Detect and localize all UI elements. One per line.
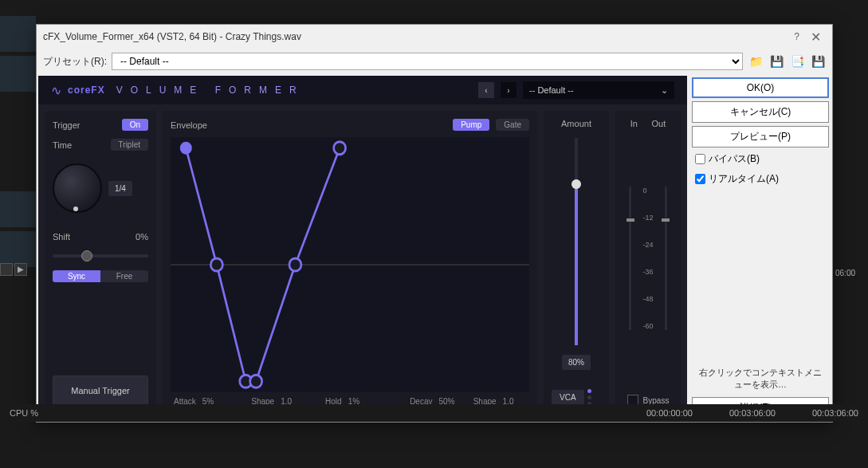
out-fader[interactable] — [665, 187, 667, 330]
time-position: 00:00:00:00 — [629, 408, 693, 418]
amount-slider-fill — [575, 179, 578, 345]
envelope-graph[interactable] — [171, 137, 529, 392]
titlebar[interactable]: cFX_Volume_Former_x64 (VST2, 64 Bit) - C… — [37, 25, 832, 49]
amount-value[interactable]: 80% — [562, 355, 591, 370]
time-label: Time — [53, 140, 72, 150]
time-value[interactable]: 1/4 — [108, 181, 132, 196]
plugin-dialog: cFX_Volume_Former_x64 (VST2, 64 Bit) - C… — [36, 24, 833, 423]
shift-slider[interactable] — [53, 254, 148, 258]
plugin-header: ∿ coreFX VOLUME FORMER ‹ › -- Default --… — [38, 76, 687, 104]
svg-point-6 — [334, 142, 346, 155]
amount-label: Amount — [561, 119, 591, 128]
amount-panel: Amount 80% VCA — [544, 111, 609, 414]
bypass-label: Bypass — [643, 396, 670, 405]
shift-label: Shift — [53, 232, 70, 242]
envelope-panel: Envelope Pump Gate — [163, 111, 537, 414]
bg-waveform — [0, 231, 36, 267]
bg-waveform — [0, 16, 36, 52]
context-hint: 右クリックでコンテキストメニューを表示… — [692, 364, 829, 394]
plugin-preset-value: -- Default -- — [529, 85, 574, 95]
gate-button[interactable]: Gate — [496, 119, 529, 131]
status-bar: CPU % 00:00:00:00 00:03:06:00 00:03:06:0… — [0, 404, 868, 422]
realtime-checkbox[interactable]: リアルタイム(A) — [692, 171, 829, 187]
pump-button[interactable]: Pump — [453, 119, 489, 131]
window-title: cFX_Volume_Former_x64 (VST2, 64 Bit) - C… — [43, 31, 794, 42]
bg-stop-button[interactable] — [0, 263, 13, 276]
svg-point-5 — [289, 258, 301, 271]
sync-button[interactable]: Sync — [53, 270, 100, 282]
bg-timeline-marker: 06:00 — [834, 267, 868, 279]
time-knob[interactable] — [53, 163, 102, 213]
preset-label: プリセット(R): — [43, 55, 107, 69]
io-panel: In Out 0 -12 -24 -36 -48 -60 — [615, 111, 681, 414]
preset-prev-button[interactable]: ‹ — [478, 82, 494, 98]
plugin-ui: ∿ coreFX VOLUME FORMER ‹ › -- Default --… — [38, 76, 687, 420]
save-icon[interactable]: 💾 — [768, 53, 784, 69]
trigger-label: Trigger — [53, 120, 80, 130]
in-fader[interactable] — [629, 187, 631, 330]
bg-play-button[interactable]: ▶ — [14, 263, 27, 276]
copy-icon[interactable]: 📑 — [789, 53, 805, 69]
time-length-1: 00:03:06:00 — [712, 408, 776, 418]
vca-led-1 — [587, 389, 591, 393]
cancel-button[interactable]: キャンセル(C) — [692, 101, 829, 123]
chevron-down-icon: ⌄ — [661, 85, 668, 96]
vca-led-2 — [587, 395, 591, 399]
svg-point-1 — [180, 142, 192, 155]
save-as-icon[interactable]: 💾 — [810, 53, 826, 69]
bg-waveform — [0, 56, 36, 92]
manual-trigger-button[interactable]: Manual Trigger — [53, 376, 148, 406]
svg-point-2 — [210, 258, 222, 271]
preset-row: プリセット(R): -- Default -- 📁 💾 📑 💾 — [37, 49, 832, 74]
product-label: VOLUME FORMER — [116, 85, 304, 96]
ok-button[interactable]: OK(O) — [692, 77, 829, 98]
close-button[interactable]: ✕ — [806, 29, 826, 45]
svg-point-4 — [250, 375, 262, 387]
amount-slider-thumb[interactable] — [571, 179, 581, 189]
folder-icon[interactable]: 📁 — [748, 53, 764, 69]
envelope-label: Envelope — [171, 120, 207, 130]
triplet-toggle[interactable]: Triplet — [111, 139, 148, 151]
brand-label: coreFX — [68, 85, 105, 96]
preview-button[interactable]: プレビュー(P) — [692, 126, 829, 147]
plugin-preset-dropdown[interactable]: -- Default -- ⌄ — [523, 81, 674, 99]
vca-button[interactable]: VCA — [552, 390, 584, 405]
time-length-2: 00:03:06:00 — [795, 408, 858, 418]
logo-icon: ∿ — [51, 83, 61, 98]
out-label: Out — [651, 119, 666, 128]
bypass-host-checkbox[interactable]: バイパス(B) — [692, 151, 829, 167]
shift-slider-thumb[interactable] — [81, 250, 92, 262]
in-label: In — [630, 119, 638, 128]
trigger-panel: Trigger On Time Triplet 1/4 Shift 0% — [45, 111, 156, 414]
host-preset-select[interactable]: -- Default -- — [112, 53, 743, 70]
trigger-on-toggle[interactable]: On — [122, 119, 148, 131]
bg-waveform — [0, 191, 36, 227]
db-scale: 0 -12 -24 -36 -48 -60 — [642, 187, 653, 330]
dialog-sidebar: OK(O) キャンセル(C) プレビュー(P) バイパス(B) リアルタイム(A… — [689, 74, 832, 422]
cpu-label: CPU % — [10, 408, 38, 418]
help-button[interactable]: ? — [794, 31, 799, 42]
shift-value: 0% — [136, 232, 148, 242]
preset-next-button[interactable]: › — [501, 82, 516, 98]
free-button[interactable]: Free — [100, 270, 148, 282]
